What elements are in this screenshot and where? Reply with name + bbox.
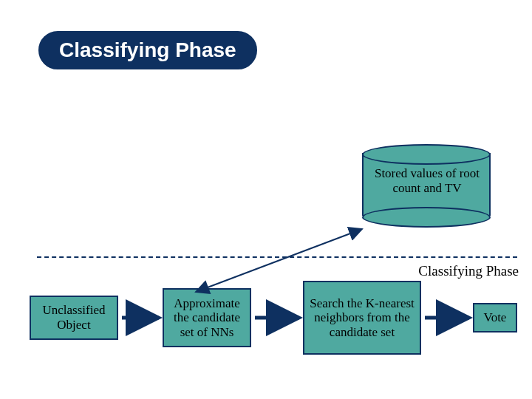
cylinder-label: Stored values of root count and TV (368, 166, 486, 197)
cylinder-bottom (362, 207, 491, 228)
phase-section-label: Classifying Phase (418, 263, 519, 279)
title-badge: Classifying Phase (37, 30, 259, 71)
dashed-divider (37, 256, 517, 258)
box-unclassified-object: Unclassified Object (30, 296, 118, 340)
box-search-knn: Search the K-nearest neighbors from the … (303, 281, 421, 355)
cylinder-top (362, 144, 491, 165)
box-vote: Vote (473, 303, 517, 332)
box-approximate-candidate: Approximate the candidate set of NNs (163, 288, 251, 347)
